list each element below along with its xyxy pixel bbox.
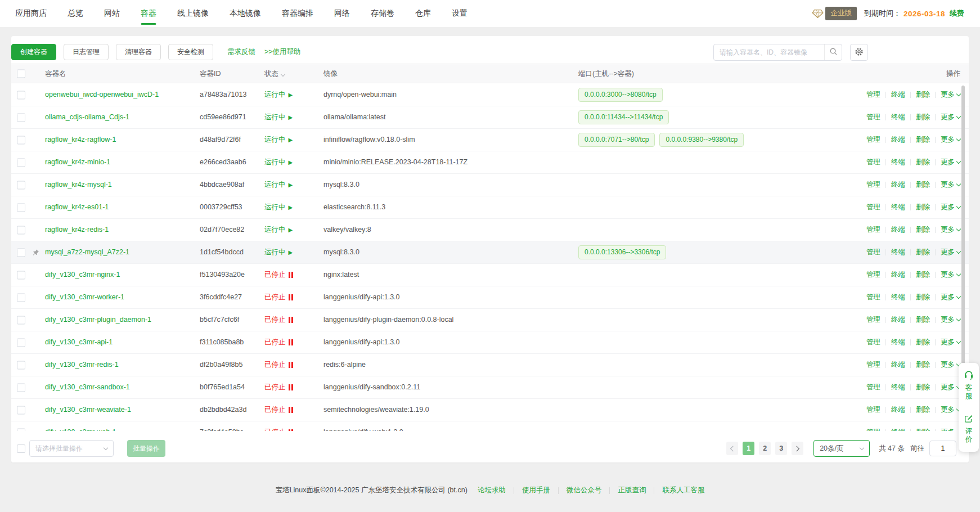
prev-page-button[interactable] — [726, 442, 738, 455]
nav-item-3[interactable]: 网站 — [104, 0, 120, 27]
container-name-link[interactable]: dify_v130_c3mr-api-1 — [45, 331, 113, 353]
row-action-delete[interactable]: 删除 — [916, 315, 930, 325]
row-action-delete[interactable]: 删除 — [916, 428, 930, 431]
container-status[interactable]: 运行中▶ — [264, 241, 293, 263]
toolbar-link-1[interactable]: 需求反馈 — [227, 47, 255, 57]
container-status[interactable]: 运行中▶ — [264, 196, 293, 218]
toolbar-button-3[interactable]: 安全检测 — [168, 44, 213, 60]
row-action-manage[interactable]: 管理 — [866, 315, 880, 325]
toolbar-link-2[interactable]: >>使用帮助 — [264, 47, 301, 57]
row-action-manage[interactable]: 管理 — [866, 180, 880, 190]
row-action-more[interactable]: 更多 — [941, 248, 960, 257]
nav-item-11[interactable]: 设置 — [452, 0, 467, 27]
row-checkbox[interactable] — [17, 248, 25, 257]
row-checkbox[interactable] — [17, 293, 25, 302]
page-button-3[interactable]: 3 — [775, 442, 787, 455]
row-action-more[interactable]: 更多 — [941, 428, 960, 431]
row-action-more[interactable]: 更多 — [941, 135, 960, 145]
row-action-more[interactable]: 更多 — [941, 405, 960, 415]
row-action-manage[interactable]: 管理 — [866, 405, 880, 415]
row-action-terminal[interactable]: 终端 — [891, 135, 905, 145]
container-status[interactable]: 运行中▶ — [264, 106, 293, 128]
row-checkbox[interactable] — [17, 338, 25, 347]
row-action-terminal[interactable]: 终端 — [891, 180, 905, 190]
container-status[interactable]: 运行中▶ — [264, 84, 293, 106]
batch-operation-select[interactable]: 请选择批量操作 — [29, 440, 114, 457]
row-action-terminal[interactable]: 终端 — [891, 270, 905, 280]
row-action-delete[interactable]: 删除 — [916, 248, 930, 257]
row-action-delete[interactable]: 删除 — [916, 405, 930, 415]
port-mapping-badge[interactable]: 0.0.0.0:3000-->8080/tcp — [578, 88, 663, 102]
container-status[interactable]: 运行中▶ — [264, 129, 293, 151]
row-action-more[interactable]: 更多 — [941, 90, 960, 100]
row-action-terminal[interactable]: 终端 — [891, 158, 905, 167]
container-name-link[interactable]: ragflow_kr4z-redis-1 — [45, 219, 109, 241]
nav-item-6[interactable]: 本地镜像 — [230, 0, 261, 27]
row-action-manage[interactable]: 管理 — [866, 383, 880, 392]
nav-item-5[interactable]: 线上镜像 — [177, 0, 209, 27]
nav-item-8[interactable]: 网络 — [334, 0, 350, 27]
nav-item-4[interactable]: 容器 — [141, 0, 156, 27]
row-action-manage[interactable]: 管理 — [866, 248, 880, 257]
row-checkbox[interactable] — [17, 428, 25, 431]
row-action-more[interactable]: 更多 — [941, 315, 960, 325]
row-action-more[interactable]: 更多 — [941, 203, 960, 212]
footer-link-1[interactable]: 论坛求助 — [478, 486, 506, 495]
row-action-more[interactable]: 更多 — [941, 270, 960, 280]
row-action-delete[interactable]: 删除 — [916, 360, 930, 370]
row-action-manage[interactable]: 管理 — [866, 90, 880, 100]
row-action-manage[interactable]: 管理 — [866, 338, 880, 347]
container-name-link[interactable]: mysql_a7z2-mysql_A7z2-1 — [45, 241, 129, 263]
row-action-more[interactable]: 更多 — [941, 383, 960, 392]
row-action-delete[interactable]: 删除 — [916, 203, 930, 212]
container-status[interactable]: 已停止 — [264, 286, 293, 308]
row-action-terminal[interactable]: 终端 — [891, 338, 905, 347]
search-input[interactable] — [714, 48, 824, 56]
nav-item-7[interactable]: 容器编排 — [282, 0, 313, 27]
footer-link-2[interactable]: 使用手册 — [522, 486, 550, 495]
row-action-delete[interactable]: 删除 — [916, 338, 930, 347]
row-action-terminal[interactable]: 终端 — [891, 225, 905, 235]
row-action-delete[interactable]: 删除 — [916, 113, 930, 122]
row-checkbox[interactable] — [17, 316, 25, 324]
row-checkbox[interactable] — [17, 271, 25, 279]
container-name-link[interactable]: dify_v130_c3mr-redis-1 — [45, 354, 119, 376]
row-action-delete[interactable]: 删除 — [916, 225, 930, 235]
nav-item-2[interactable]: 总览 — [68, 0, 83, 27]
row-action-terminal[interactable]: 终端 — [891, 315, 905, 325]
row-checkbox[interactable] — [17, 361, 25, 369]
row-action-more[interactable]: 更多 — [941, 180, 960, 190]
select-all-checkbox[interactable] — [17, 69, 25, 78]
container-name-link[interactable]: ragflow_kr4z-minio-1 — [45, 151, 110, 173]
row-action-delete[interactable]: 删除 — [916, 180, 930, 190]
row-action-terminal[interactable]: 终端 — [891, 360, 905, 370]
row-action-more[interactable]: 更多 — [941, 360, 960, 370]
row-action-manage[interactable]: 管理 — [866, 135, 880, 145]
batch-select-all-checkbox[interactable] — [17, 444, 25, 453]
container-status[interactable]: 已停止 — [264, 421, 293, 431]
page-size-select[interactable]: 20条/页 — [813, 440, 870, 457]
container-name-link[interactable]: dify_v130_c3mr-weaviate-1 — [45, 399, 131, 421]
row-checkbox[interactable] — [17, 226, 25, 234]
row-action-manage[interactable]: 管理 — [866, 203, 880, 212]
row-checkbox[interactable] — [17, 91, 25, 99]
port-mapping-badge[interactable]: 0.0.0.0:9380-->9380/tcp — [659, 133, 744, 147]
row-action-delete[interactable]: 删除 — [916, 135, 930, 145]
renew-link[interactable]: 续费 — [950, 8, 964, 19]
container-status[interactable]: 运行中▶ — [264, 174, 293, 196]
toolbar-button-2[interactable]: 清理容器 — [116, 44, 161, 60]
row-action-more[interactable]: 更多 — [941, 113, 960, 122]
row-action-manage[interactable]: 管理 — [866, 360, 880, 370]
footer-link-3[interactable]: 微信公众号 — [567, 486, 602, 495]
row-checkbox[interactable] — [17, 136, 25, 144]
row-action-manage[interactable]: 管理 — [866, 113, 880, 122]
container-name-link[interactable]: ragflow_kr4z-mysql-1 — [45, 174, 112, 196]
row-action-manage[interactable]: 管理 — [866, 158, 880, 167]
row-action-terminal[interactable]: 终端 — [891, 405, 905, 415]
vertical-scrollbar[interactable] — [961, 86, 965, 367]
nav-item-10[interactable]: 仓库 — [415, 0, 431, 27]
page-button-1[interactable]: 1 — [743, 442, 754, 455]
row-action-manage[interactable]: 管理 — [866, 270, 880, 280]
row-action-delete[interactable]: 删除 — [916, 90, 930, 100]
row-action-manage[interactable]: 管理 — [866, 225, 880, 235]
